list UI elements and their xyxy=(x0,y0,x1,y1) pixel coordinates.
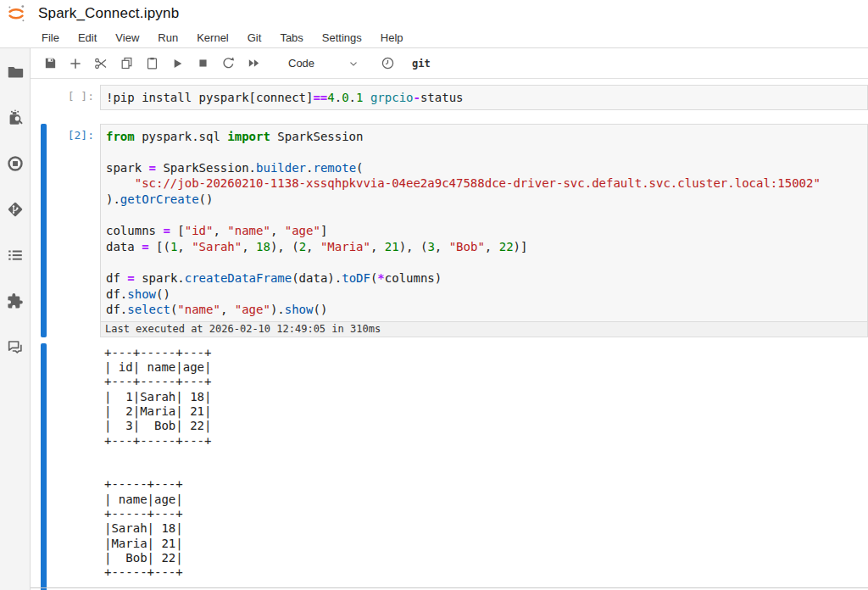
running-sessions-tab[interactable] xyxy=(4,153,26,174)
window-title: Spark_Connect.ipynb xyxy=(38,5,179,22)
code-token: . xyxy=(335,91,342,104)
notebook-area: [ ]:!pip install pyspark[connect]==4.0.1… xyxy=(31,79,868,590)
code-token: [ xyxy=(170,224,185,237)
code-token: )] xyxy=(514,240,528,253)
code-line: data = [(1, "Sarah", 18), (2, "Maria", 2… xyxy=(106,239,862,255)
code-token: 18 xyxy=(256,240,270,253)
code-token: 22 xyxy=(499,240,514,253)
code-token: toDF xyxy=(342,271,370,285)
code-line: !pip install pyspark[connect]==4.0.1 grp… xyxy=(106,90,862,106)
notebook-cell: [2]:from pyspark.sql import SparkSession… xyxy=(41,124,868,590)
code-token: , xyxy=(177,240,192,253)
clipboard-icon xyxy=(145,56,159,70)
code-token: "id" xyxy=(185,224,214,237)
output-collapser[interactable] xyxy=(41,343,47,590)
menu-item-kernel[interactable]: Kernel xyxy=(187,29,238,47)
execution-time-button[interactable] xyxy=(375,52,400,75)
save-button[interactable] xyxy=(37,52,63,75)
paste-cells-button[interactable] xyxy=(139,52,164,75)
notebook-panel: Code git [ ]:!pip install pyspark[connec… xyxy=(31,48,868,590)
run-cell-button[interactable] xyxy=(164,52,190,75)
code-token: = xyxy=(127,271,134,285)
extensions-puzzle-icon xyxy=(6,292,25,310)
restart-kernel-button[interactable] xyxy=(215,52,241,75)
git-tab[interactable] xyxy=(4,199,26,220)
cell-collapser[interactable] xyxy=(41,124,47,337)
restart-icon xyxy=(221,56,236,70)
cell-collapser[interactable] xyxy=(41,85,47,110)
cell-input-prompt: [ ]: xyxy=(47,85,100,110)
code-token: df xyxy=(106,271,127,285)
cell-type-dropdown[interactable]: Code xyxy=(281,53,366,75)
code-token: ] xyxy=(320,224,327,237)
code-editor[interactable]: from pyspark.sql import SparkSessionspar… xyxy=(100,124,868,322)
jupyter-logo-icon xyxy=(6,3,26,24)
copy-icon xyxy=(120,56,134,70)
stop-icon xyxy=(197,57,209,70)
menu-item-edit[interactable]: Edit xyxy=(69,29,106,47)
code-token: spark xyxy=(106,161,149,175)
menu-item-git[interactable]: Git xyxy=(238,29,271,47)
code-token: "Sarah" xyxy=(192,240,242,253)
menu-item-tabs[interactable]: Tabs xyxy=(270,29,312,47)
code-token: , xyxy=(220,303,235,316)
code-line: from pyspark.sql import SparkSession xyxy=(106,129,862,145)
code-token: pyspark.sql xyxy=(135,130,228,143)
code-token: "age" xyxy=(285,224,320,237)
cut-cells-button[interactable] xyxy=(88,52,114,75)
flask-search-tab[interactable] xyxy=(4,108,26,128)
code-token xyxy=(106,176,135,190)
code-token: , xyxy=(306,240,320,253)
code-token: () xyxy=(313,303,327,316)
cell-output-row: +---+-----+---+ | id| name|age| +---+---… xyxy=(41,343,868,590)
menu-bar: FileEditViewRunKernelGitTabsSettingsHelp xyxy=(0,27,868,48)
git-diamond-icon xyxy=(6,200,25,219)
code-token: "name" xyxy=(177,303,220,316)
chevron-down-icon xyxy=(348,58,359,70)
code-line: df.show() xyxy=(106,287,862,303)
code-token: == xyxy=(313,91,327,104)
code-token: data xyxy=(106,240,142,253)
interrupt-kernel-button[interactable] xyxy=(190,52,215,75)
code-token: - xyxy=(414,91,420,104)
execution-time-indicator: Last executed at 2026-02-10 12:49:05 in … xyxy=(100,322,868,337)
running-sessions-icon xyxy=(6,154,25,173)
code-token: ), ( xyxy=(270,240,299,253)
menu-item-settings[interactable]: Settings xyxy=(313,29,371,47)
code-line: columns = ["id", "name", "age"] xyxy=(106,223,862,239)
restart-run-all-button[interactable] xyxy=(241,52,266,75)
code-token: SparkSession xyxy=(270,130,364,143)
code-line xyxy=(106,144,862,160)
run-icon xyxy=(170,57,184,70)
copy-cells-button[interactable] xyxy=(114,52,139,75)
code-token: status xyxy=(420,91,464,104)
code-token: remote xyxy=(313,161,356,175)
code-token: ), ( xyxy=(399,240,428,253)
cell-input-prompt: [2]: xyxy=(47,124,100,337)
code-token: createDataFrame xyxy=(185,271,292,285)
code-token: "name" xyxy=(227,224,270,237)
code-token: 3 xyxy=(427,240,434,253)
code-token: grpcio xyxy=(370,91,414,104)
insert-cell-button[interactable] xyxy=(63,52,88,75)
menu-item-help[interactable]: Help xyxy=(371,29,413,47)
cell-editor-wrap: !pip install pyspark[connect]==4.0.1 grp… xyxy=(100,85,868,110)
code-token: = xyxy=(163,224,170,237)
main-area: Code git [ ]:!pip install pyspark[connec… xyxy=(0,48,868,590)
table-of-contents-tab[interactable] xyxy=(4,245,26,265)
menu-item-view[interactable]: View xyxy=(106,29,148,47)
code-token: 2 xyxy=(299,240,306,253)
code-token: 0 xyxy=(342,91,348,104)
code-token: from xyxy=(106,130,135,143)
file-browser-tab[interactable] xyxy=(4,62,26,82)
code-line xyxy=(106,254,862,270)
code-token: getOrCreate xyxy=(120,192,199,206)
chat-tab[interactable] xyxy=(4,337,26,357)
code-editor[interactable]: !pip install pyspark[connect]==4.0.1 grp… xyxy=(100,85,868,110)
code-line: "sc://job-20260210-1138-xssqhpkvvia-04ee… xyxy=(106,175,862,192)
git-toolbar-label[interactable]: git xyxy=(412,58,431,70)
extension-manager-tab[interactable] xyxy=(4,291,26,311)
bottom-divider xyxy=(31,587,868,588)
menu-item-file[interactable]: File xyxy=(32,29,69,47)
menu-item-run[interactable]: Run xyxy=(148,29,187,47)
